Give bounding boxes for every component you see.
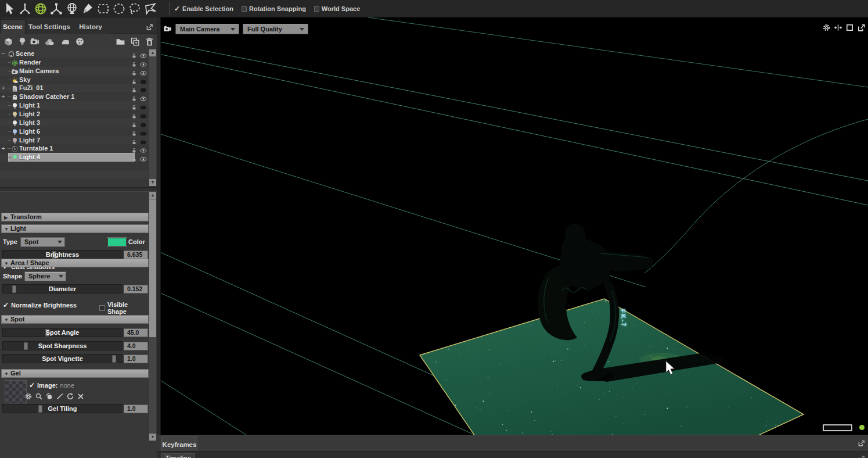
add-folder-button[interactable] (114, 35, 127, 48)
gel-clear-button[interactable] (77, 392, 85, 400)
tab-tool-settings[interactable]: Tool Settings (27, 19, 72, 34)
collapse-icon[interactable]: − (1, 50, 6, 57)
slider-handle[interactable] (45, 329, 49, 337)
tab-history[interactable]: History (72, 19, 109, 34)
brightness-slider[interactable] (2, 250, 123, 259)
rotate-tool[interactable] (33, 1, 48, 16)
section-header-area-shape[interactable]: ▼Area / Shape (1, 259, 149, 267)
add-materials-button[interactable] (73, 35, 86, 48)
toolbar-check-world-space[interactable]: World Space (314, 5, 360, 12)
tree-item-scene[interactable]: −Scene (0, 49, 149, 58)
gel-settings-button[interactable] (24, 392, 33, 400)
diameter-value[interactable]: 0.152 (124, 285, 148, 294)
add-rocks-button[interactable] (43, 35, 56, 48)
gel-tiling-value[interactable]: 1.0 (124, 405, 148, 413)
move-tool[interactable] (17, 1, 33, 16)
add-environment-button[interactable] (59, 35, 71, 48)
viewport-settings-button[interactable] (822, 23, 831, 32)
add-cube-button[interactable] (2, 35, 15, 48)
spot-angle-slider[interactable] (2, 328, 123, 337)
lasso-tool[interactable] (127, 1, 142, 16)
expand-icon[interactable]: + (1, 93, 6, 100)
check-normalize-brightness[interactable]: ✓Normalize Brightness (3, 301, 77, 309)
viewport-3d[interactable]: FK-7 Main Camera Full Quality (161, 17, 868, 435)
slider-handle[interactable] (52, 251, 56, 259)
slider-handle[interactable] (38, 405, 42, 413)
tree-item-shadow-catcher-1[interactable]: +Shadow Catcher 1 (0, 92, 149, 101)
panel-divider[interactable] (0, 187, 157, 192)
tab-scene[interactable]: Scene (0, 19, 26, 34)
tree-item-light-2[interactable]: Light 2 (0, 110, 149, 119)
gel-sphere-button[interactable] (45, 392, 53, 400)
section-header-light[interactable]: ▼Light (1, 224, 149, 233)
section-header-spot[interactable]: ▼Spot (1, 315, 149, 324)
tab-timeline[interactable]: Timeline (161, 453, 195, 458)
slider-handle[interactable] (24, 342, 28, 350)
scale-tool[interactable] (48, 1, 64, 16)
check-visible-shape[interactable]: Visible Shape (99, 301, 149, 315)
camera-select[interactable]: Main Camera (175, 24, 239, 34)
toolbar-check-enable-selection[interactable]: ✓Enable Selection (174, 5, 233, 12)
scrollbar-thumb[interactable] (149, 199, 156, 337)
add-light-button[interactable] (16, 35, 28, 48)
tree-item-light-3[interactable]: Light 3 (0, 119, 149, 127)
tree-item-light-1[interactable]: Light 1 (0, 101, 149, 110)
viewport-popout-button[interactable] (857, 23, 866, 32)
scroll-up-icon[interactable]: ▲ (149, 49, 156, 56)
universal-tool[interactable] (64, 1, 80, 16)
toolbar-check-rotation-snapping[interactable]: Rotation Snapping (242, 5, 306, 12)
polygon-select-tool[interactable] (142, 1, 158, 16)
quality-select[interactable]: Full Quality (243, 24, 308, 34)
scroll-down-icon[interactable]: ▼ (149, 434, 156, 441)
diameter-slider[interactable] (2, 284, 123, 294)
tree-item-light-6[interactable]: Light 6 (0, 127, 149, 136)
viewport-split-view-button[interactable] (834, 23, 842, 32)
light-color-swatch[interactable] (107, 238, 127, 246)
scene-canvas[interactable]: FK-7 (161, 17, 868, 435)
tree-item-render[interactable]: Render (0, 58, 149, 67)
tree-item-fuzi_01[interactable]: +FuZi_01 (0, 84, 149, 92)
gel-pen-button[interactable] (56, 392, 64, 400)
expand-icon[interactable]: + (1, 145, 6, 152)
tree-scrollbar[interactable]: ▲ ▼ (149, 49, 156, 186)
gel-zoom-button[interactable] (35, 392, 43, 400)
spot-vignette-slider[interactable] (2, 354, 123, 363)
section-header-gel[interactable]: ▼Gel (1, 369, 149, 378)
brightness-value[interactable]: 6.635 (124, 251, 148, 259)
type-dropdown[interactable]: Spot (20, 237, 65, 247)
select-tool[interactable] (1, 1, 17, 16)
tree-item-light-4[interactable]: Light 4 (0, 153, 149, 162)
panel-resize-gutter[interactable] (157, 17, 161, 458)
tree-item-turntable-1[interactable]: +Turntable 1 (0, 144, 149, 153)
tree-item-light-7[interactable]: Light 7 (0, 136, 149, 145)
tree-item-main-camera[interactable]: Main Camera (0, 67, 149, 76)
shape-dropdown[interactable]: Sphere (24, 271, 66, 281)
properties-scrollbar[interactable]: ▲ ▼ (149, 192, 156, 441)
spot-sharpness-slider[interactable] (2, 341, 123, 350)
add-camera-obj-button[interactable] (28, 35, 41, 48)
slider-handle[interactable] (12, 285, 16, 293)
marquee-tool[interactable] (95, 1, 111, 16)
expand-icon[interactable]: + (1, 84, 6, 91)
tab-keyframes[interactable]: Keyframes (161, 436, 197, 452)
spot-angle-value[interactable]: 45.0 (124, 328, 148, 337)
check-gel-image[interactable]: ✓Image:none (29, 381, 74, 389)
gel-refresh-button[interactable] (66, 392, 74, 400)
gel-image-thumbnail[interactable] (5, 380, 27, 403)
ellipse-select-tool[interactable] (111, 1, 127, 16)
add-delete-button[interactable] (143, 35, 156, 48)
spot-sharpness-value[interactable]: 4.0 (124, 342, 148, 350)
scroll-up-icon[interactable]: ▲ (149, 192, 156, 199)
paint-tool[interactable] (80, 1, 95, 16)
add-duplicate-button[interactable] (128, 35, 141, 48)
viewport-maximize-button[interactable] (845, 23, 854, 32)
slider-handle[interactable] (112, 355, 116, 363)
section-header-transform[interactable]: ▶Transform (1, 213, 149, 221)
timeline-popout-icon[interactable] (858, 454, 865, 458)
keyframes-popout-icon[interactable] (858, 439, 865, 449)
gel-tiling-slider[interactable] (2, 404, 123, 413)
spot-vignette-value[interactable]: 1.0 (124, 355, 148, 363)
panel-popout-icon[interactable] (146, 23, 153, 33)
tree-item-sky[interactable]: Sky (0, 76, 149, 84)
scroll-down-icon[interactable]: ▼ (149, 179, 156, 186)
